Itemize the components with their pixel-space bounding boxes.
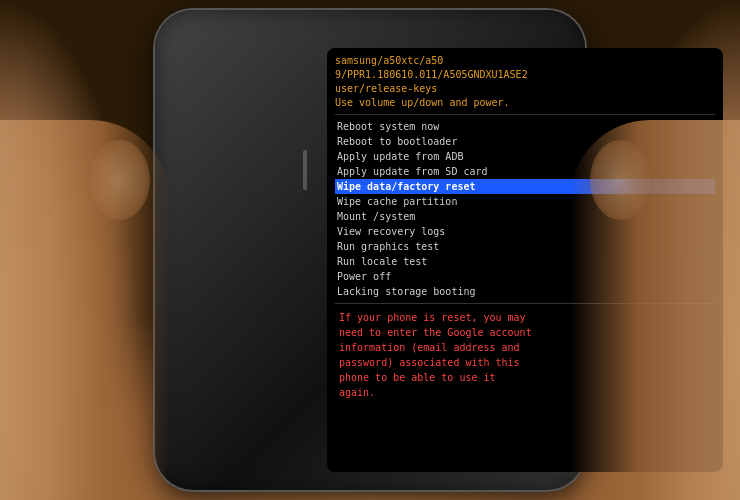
- header-line-4: Use volume up/down and power.: [335, 96, 715, 110]
- left-hand: [0, 120, 170, 500]
- scene: samsung/a50xtc/a50 9/PPR1.180610.011/A50…: [0, 0, 740, 500]
- right-hand: [570, 120, 740, 500]
- header-line-2: 9/PPR1.180610.011/A505GNDXU1ASE2: [335, 68, 715, 82]
- header-line-3: user/release-keys: [335, 82, 715, 96]
- volume-button[interactable]: [303, 150, 307, 190]
- header-line-1: samsung/a50xtc/a50: [335, 54, 715, 68]
- phone-device: samsung/a50xtc/a50 9/PPR1.180610.011/A50…: [155, 10, 585, 490]
- header-section: samsung/a50xtc/a50 9/PPR1.180610.011/A50…: [335, 54, 715, 115]
